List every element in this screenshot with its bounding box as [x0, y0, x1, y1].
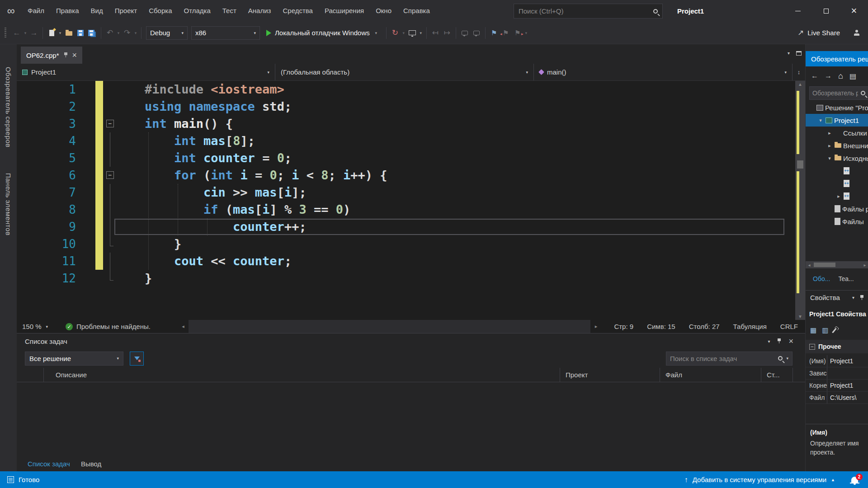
navigate-back-button[interactable]: ←	[11, 25, 23, 41]
column-header-2[interactable]: Файл	[660, 368, 761, 382]
line-number[interactable]: 8	[17, 201, 76, 218]
member-dropdown[interactable]: main() ▾	[534, 64, 793, 80]
properties-chevron-icon[interactable]: ▾	[852, 295, 854, 300]
uncomment-button[interactable]	[471, 25, 482, 41]
start-debugging-button[interactable]: Локальный отладчик Windows ▾	[262, 25, 383, 41]
bottom-tab-0[interactable]: Список задач	[23, 460, 75, 468]
expander-icon[interactable]: ▾	[826, 155, 833, 161]
task-scope-dropdown[interactable]: Все решение ▾	[25, 352, 123, 366]
tabs-indicator[interactable]: Табуляция	[733, 323, 767, 330]
column-icon[interactable]	[17, 368, 44, 382]
add-to-source-control-button[interactable]: Добавить в систему управления версиями	[693, 476, 826, 483]
column-header-1[interactable]: Проект	[560, 368, 660, 382]
se-scroll-left-icon[interactable]: ◂	[806, 263, 813, 267]
pin-icon[interactable]	[64, 52, 68, 58]
fold-gutter[interactable]: −	[106, 167, 114, 184]
hot-reload-chevron-icon[interactable]: ▾	[401, 25, 406, 41]
property-row[interactable]: Зависимости	[806, 367, 868, 380]
property-row[interactable]: (Имя)Project1	[806, 355, 868, 367]
app-window-button[interactable]	[406, 25, 418, 41]
navigate-forward-button[interactable]: →	[28, 25, 40, 41]
menu-item-10[interactable]: Окно	[370, 0, 397, 22]
bottom-tab-1[interactable]: Вывод	[76, 460, 106, 468]
editor-vertical-scrollbar[interactable]: ▲ ▼	[795, 81, 805, 320]
document-list-chevron-icon[interactable]: ▾	[788, 51, 790, 56]
fold-gutter[interactable]: −	[106, 115, 114, 132]
left-strip-tab-1[interactable]: Панель элементов	[5, 173, 12, 235]
menu-item-11[interactable]: Справка	[397, 0, 436, 22]
menu-item-0[interactable]: Файл	[22, 0, 50, 22]
previous-bookmark-button[interactable]: ⚑◂	[500, 25, 512, 41]
line-number[interactable]: 10	[17, 235, 76, 253]
expander-icon[interactable]: ▾	[817, 117, 824, 123]
se-horizontal-scrollbar[interactable]: ◂ ▸	[806, 261, 868, 268]
zoom-dropdown[interactable]: 150 % ▾	[17, 323, 66, 330]
next-bookmark-button[interactable]: ⚑▸	[512, 25, 524, 41]
platform-dropdown[interactable]: x86 ▾	[191, 26, 260, 40]
tree-item[interactable]: Файлы	[806, 215, 868, 228]
indent-increase-button[interactable]: ↦	[441, 25, 453, 41]
hscroll-right-icon[interactable]: ▸	[591, 324, 600, 329]
close-button[interactable]: ×	[840, 0, 868, 22]
toggle-bookmark-button[interactable]: ⚑	[488, 25, 500, 41]
panel-pin-icon[interactable]	[777, 338, 781, 344]
se-back-icon[interactable]: ←	[811, 72, 818, 80]
menu-item-6[interactable]: Тест	[217, 0, 242, 22]
tree-item[interactable]: ▸Внешние зависимости	[806, 139, 868, 152]
scroll-down-icon[interactable]: ▼	[795, 314, 805, 319]
tree-item[interactable]: Файлы ресурсов	[806, 202, 868, 215]
redo-button[interactable]: ↷	[121, 25, 133, 41]
panel-menu-chevron-icon[interactable]: ▾	[768, 339, 770, 344]
property-row[interactable]: Корневое пространствоProject1	[806, 380, 868, 392]
menu-item-9[interactable]: Расширения	[319, 0, 370, 22]
properties-object-dropdown[interactable]: Project1 Свойства проекта ▾	[806, 307, 868, 321]
alphabetical-icon[interactable]: ▥	[822, 326, 828, 334]
line-number[interactable]: 1	[17, 81, 76, 98]
tab-close-icon[interactable]: ×	[72, 51, 77, 59]
quick-search-input[interactable]: Поиск (Ctrl+Q)	[514, 4, 663, 19]
property-row[interactable]: Файл проектаC:\Users\	[806, 392, 868, 404]
hot-reload-button[interactable]: ↻	[389, 25, 401, 41]
scope-dropdown[interactable]: (Глобальная область) ▾	[275, 64, 534, 80]
menu-item-3[interactable]: Проект	[109, 0, 143, 22]
menu-item-7[interactable]: Анализ	[242, 0, 277, 22]
properties-section-header[interactable]: − Прочее	[806, 340, 868, 353]
document-tab[interactable]: OP62.cpp* ×	[21, 47, 82, 64]
undo-button[interactable]: ↶	[104, 25, 116, 41]
left-strip-tab-0[interactable]: Обозреватель серверов	[5, 67, 12, 148]
code-editor[interactable]: 1#include <iostream>2using namespace std…	[17, 81, 805, 320]
toolbar-grip[interactable]	[5, 28, 6, 38]
save-all-button[interactable]	[86, 25, 98, 41]
task-filter-button[interactable]	[130, 352, 144, 366]
indent-decrease-button[interactable]: ↤	[429, 25, 441, 41]
properties-pin-icon[interactable]	[860, 295, 864, 300]
navigate-back-chevron-icon[interactable]: ▾	[23, 25, 28, 41]
menu-item-4[interactable]: Сборка	[143, 0, 178, 22]
line-number[interactable]: 3	[17, 115, 76, 132]
float-window-icon[interactable]	[796, 51, 802, 56]
configuration-dropdown[interactable]: Debug ▾	[146, 26, 188, 40]
source-control-chevron-icon[interactable]: ▲	[831, 478, 835, 482]
comment-button[interactable]	[459, 25, 471, 41]
editor-horizontal-scrollbar[interactable]	[189, 320, 590, 333]
tree-item[interactable]: ▸Ссылки	[806, 127, 868, 139]
tree-item[interactable]: Решение "Project1"	[806, 101, 868, 114]
expander-icon[interactable]: ▸	[826, 130, 833, 136]
open-file-button[interactable]	[63, 25, 75, 41]
panel-close-icon[interactable]: ×	[788, 337, 793, 345]
line-number[interactable]: 11	[17, 253, 76, 270]
app-window-chevron-icon[interactable]: ▾	[418, 25, 424, 41]
collapse-region-icon[interactable]: −	[106, 171, 114, 179]
task-search-input[interactable]: Поиск в списке задач ▾	[666, 352, 793, 366]
wrench-icon[interactable]	[832, 328, 837, 333]
tree-item[interactable]: ++	[806, 177, 868, 190]
se-scroll-thumb[interactable]	[814, 263, 835, 267]
expander-icon[interactable]: ▸	[826, 143, 833, 149]
column-header-0[interactable]: Описание	[44, 368, 560, 382]
task-list-body[interactable]	[17, 382, 805, 456]
se-scroll-right-icon[interactable]: ▸	[861, 263, 868, 267]
menu-item-1[interactable]: Правка	[50, 0, 85, 22]
bookmarks-chevron-icon[interactable]: ▾	[524, 25, 529, 41]
line-number[interactable]: 7	[17, 184, 76, 201]
document-health-indicator[interactable]: ✓ Проблемы не найдены.	[66, 323, 179, 330]
